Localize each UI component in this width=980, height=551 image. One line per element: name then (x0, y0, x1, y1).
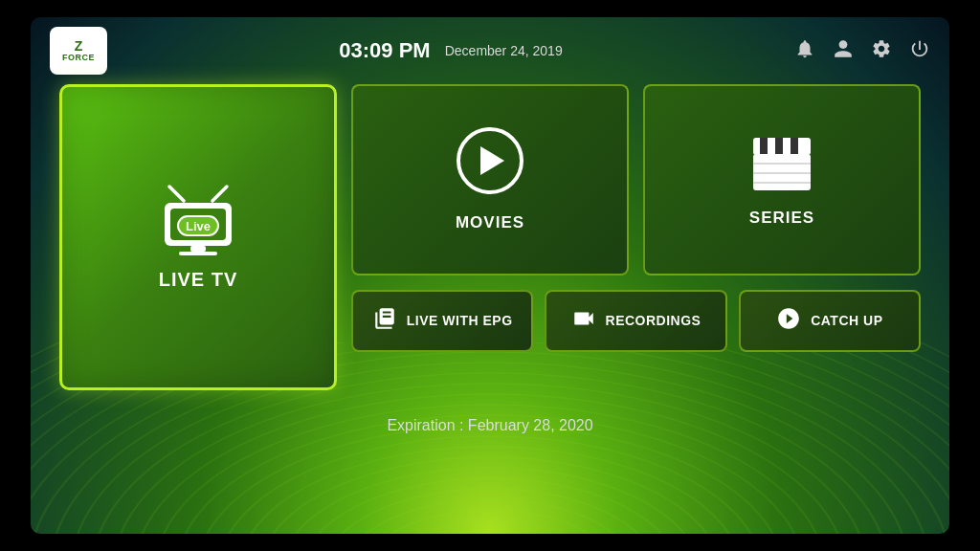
svg-rect-12 (753, 154, 811, 190)
live-epg-button[interactable]: LIVE WITH EPG (351, 290, 533, 352)
svg-rect-10 (775, 138, 783, 155)
catch-up-button[interactable]: CATCH UP (739, 290, 921, 352)
recordings-icon (571, 306, 596, 337)
svg-rect-9 (760, 138, 768, 155)
top-row: MOVIES (351, 84, 921, 276)
expiration-text: Expiration : February 28, 2020 (31, 417, 949, 434)
live-tv-label: LIVE TV (159, 269, 238, 291)
bell-icon[interactable] (794, 38, 815, 64)
movies-card[interactable]: MOVIES (351, 84, 629, 276)
right-column: MOVIES (351, 84, 921, 409)
main-content: Live LIVE TV MOVIES (31, 84, 949, 409)
series-icon (748, 133, 815, 199)
settings-icon[interactable] (871, 38, 892, 64)
series-label: SERIES (749, 209, 814, 228)
current-time: 03:09 PM (339, 38, 430, 63)
catch-up-label: CATCH UP (811, 313, 882, 329)
header-icons (794, 38, 930, 64)
movies-label: MOVIES (456, 213, 524, 232)
svg-rect-11 (791, 138, 798, 155)
catchup-icon (776, 306, 801, 337)
power-icon[interactable] (909, 38, 930, 64)
svg-line-1 (212, 187, 227, 201)
recordings-label: RECORDINGS (606, 313, 702, 329)
user-icon[interactable] (833, 38, 854, 64)
svg-rect-7 (179, 252, 217, 255)
bottom-row: LIVE WITH EPG RECORDINGS (351, 290, 921, 352)
svg-line-0 (169, 187, 184, 201)
svg-text:Live: Live (186, 219, 211, 233)
header-center: 03:09 PM December 24, 2019 (107, 38, 794, 63)
live-tv-icon: Live (155, 184, 241, 259)
header: Z FORCE 03:09 PM December 24, 2019 (31, 17, 949, 84)
series-card[interactable]: SERIES (643, 84, 921, 276)
live-tv-card[interactable]: Live LIVE TV (59, 84, 337, 390)
recordings-button[interactable]: RECORDINGS (545, 290, 726, 352)
live-epg-label: LIVE WITH EPG (407, 313, 513, 329)
main-screen: Z FORCE 03:09 PM December 24, 2019 (31, 17, 949, 534)
movies-icon (457, 127, 523, 204)
current-date: December 24, 2019 (445, 43, 563, 58)
epg-icon (372, 306, 397, 337)
logo: Z FORCE (50, 27, 107, 75)
svg-rect-6 (190, 246, 206, 252)
